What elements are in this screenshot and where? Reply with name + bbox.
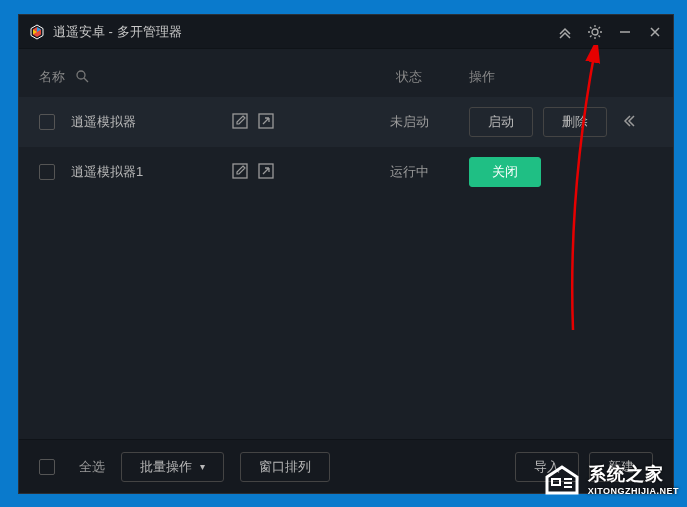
app-logo-icon	[29, 24, 45, 40]
watermark: 系统之家 XITONGZHIJIA.NET	[542, 459, 679, 499]
close-instance-button[interactable]: 关闭	[469, 157, 541, 187]
instance-name: 逍遥模拟器	[71, 113, 231, 131]
export-icon[interactable]	[257, 112, 275, 133]
svg-rect-8	[233, 114, 247, 128]
chevron-down-icon: ▾	[200, 461, 205, 472]
svg-rect-13	[552, 479, 560, 485]
watermark-logo-icon	[542, 459, 582, 499]
batch-action-button[interactable]: 批量操作 ▾	[121, 452, 224, 482]
window-title: 逍遥安卓 - 多开管理器	[53, 23, 557, 41]
expand-left-icon[interactable]	[621, 114, 635, 131]
minimize-icon[interactable]	[617, 24, 633, 40]
column-action-label: 操作	[459, 68, 653, 86]
row-checkbox[interactable]	[39, 164, 55, 180]
close-icon[interactable]	[647, 24, 663, 40]
svg-point-6	[77, 71, 85, 79]
column-headers: 名称 状态 操作	[19, 57, 673, 97]
settings-icon[interactable]	[587, 24, 603, 40]
arrange-windows-button[interactable]: 窗口排列	[240, 452, 330, 482]
select-all-checkbox[interactable]	[39, 459, 55, 475]
row-checkbox[interactable]	[39, 114, 55, 130]
svg-point-4	[592, 29, 598, 35]
edit-icon[interactable]	[231, 112, 249, 133]
titlebar-controls	[557, 24, 663, 40]
column-status-label: 状态	[359, 68, 459, 86]
table-row: 逍遥模拟器1 运行中 关闭	[19, 147, 673, 197]
edit-icon[interactable]	[231, 162, 249, 183]
instance-name: 逍遥模拟器1	[71, 163, 231, 181]
svg-line-7	[84, 78, 88, 82]
watermark-cn: 系统之家	[588, 462, 679, 486]
svg-rect-10	[233, 164, 247, 178]
column-name-label: 名称	[39, 68, 65, 86]
watermark-en: XITONGZHIJIA.NET	[588, 486, 679, 496]
export-icon[interactable]	[257, 162, 275, 183]
status-text: 未启动	[390, 114, 429, 129]
collapse-up-icon[interactable]	[557, 24, 573, 40]
delete-button[interactable]: 删除	[543, 107, 607, 137]
main-window: 逍遥安卓 - 多开管理器 名称 状态 操作 逍遥模拟器	[18, 14, 674, 494]
select-all-label: 全选	[79, 458, 105, 476]
search-icon[interactable]	[75, 69, 89, 86]
start-button[interactable]: 启动	[469, 107, 533, 137]
table-row: 逍遥模拟器 未启动 启动 删除	[19, 97, 673, 147]
status-text: 运行中	[390, 164, 429, 179]
batch-label: 批量操作	[140, 458, 192, 476]
titlebar: 逍遥安卓 - 多开管理器	[19, 15, 673, 49]
